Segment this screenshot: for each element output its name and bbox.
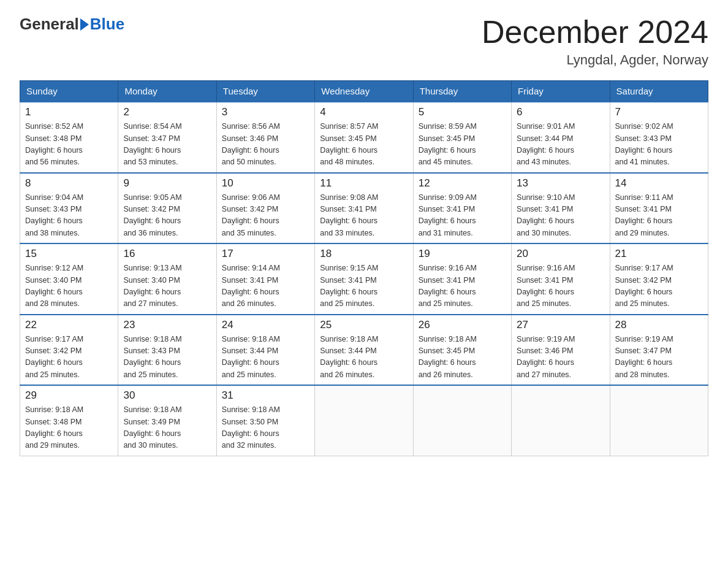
calendar-day-cell: 24Sunrise: 9:18 AMSunset: 3:44 PMDayligh… <box>216 315 314 386</box>
calendar-day-cell: 9Sunrise: 9:05 AMSunset: 3:42 PMDaylight… <box>118 173 216 244</box>
day-number: 29 <box>25 389 113 402</box>
day-number: 8 <box>25 177 113 190</box>
calendar-day-cell: 10Sunrise: 9:06 AMSunset: 3:42 PMDayligh… <box>216 173 314 244</box>
calendar-day-cell: 19Sunrise: 9:16 AMSunset: 3:41 PMDayligh… <box>413 243 511 315</box>
day-info: Sunrise: 9:17 AMSunset: 3:42 PMDaylight:… <box>25 334 113 381</box>
calendar-day-cell: 26Sunrise: 9:18 AMSunset: 3:45 PMDayligh… <box>413 315 511 386</box>
day-info: Sunrise: 9:18 AMSunset: 3:48 PMDaylight:… <box>25 404 113 452</box>
calendar-day-cell: 20Sunrise: 9:16 AMSunset: 3:41 PMDayligh… <box>512 243 610 315</box>
day-number: 10 <box>222 177 309 190</box>
calendar-day-cell: 29Sunrise: 9:18 AMSunset: 3:48 PMDayligh… <box>20 385 118 456</box>
column-header-thursday: Thursday <box>413 81 511 102</box>
day-info: Sunrise: 9:19 AMSunset: 3:47 PMDaylight:… <box>615 334 703 381</box>
calendar-empty-cell <box>315 385 413 456</box>
day-number: 13 <box>517 177 604 190</box>
day-number: 17 <box>222 248 309 260</box>
day-info: Sunrise: 9:08 AMSunset: 3:41 PMDaylight:… <box>320 192 408 240</box>
day-number: 24 <box>222 319 309 331</box>
day-number: 4 <box>320 106 408 118</box>
day-number: 12 <box>419 177 506 190</box>
day-number: 26 <box>419 319 506 331</box>
day-info: Sunrise: 9:05 AMSunset: 3:42 PMDaylight:… <box>123 192 211 240</box>
day-info: Sunrise: 9:10 AMSunset: 3:41 PMDaylight:… <box>517 192 604 240</box>
calendar-day-cell: 16Sunrise: 9:13 AMSunset: 3:40 PMDayligh… <box>118 243 216 315</box>
day-info: Sunrise: 9:18 AMSunset: 3:45 PMDaylight:… <box>419 334 506 381</box>
calendar-day-cell: 14Sunrise: 9:11 AMSunset: 3:41 PMDayligh… <box>610 173 708 244</box>
day-info: Sunrise: 9:18 AMSunset: 3:44 PMDaylight:… <box>320 334 408 381</box>
calendar-week-row: 8Sunrise: 9:04 AMSunset: 3:43 PMDaylight… <box>20 173 708 244</box>
calendar-week-row: 22Sunrise: 9:17 AMSunset: 3:42 PMDayligh… <box>20 315 708 386</box>
column-header-tuesday: Tuesday <box>216 81 314 102</box>
logo: General Blue <box>20 15 124 34</box>
day-info: Sunrise: 9:19 AMSunset: 3:46 PMDaylight:… <box>517 334 604 381</box>
day-info: Sunrise: 9:17 AMSunset: 3:42 PMDaylight:… <box>615 262 703 310</box>
day-info: Sunrise: 9:09 AMSunset: 3:41 PMDaylight:… <box>419 192 506 240</box>
calendar-empty-cell <box>610 385 708 456</box>
day-info: Sunrise: 9:06 AMSunset: 3:42 PMDaylight:… <box>222 192 309 240</box>
day-info: Sunrise: 9:18 AMSunset: 3:44 PMDaylight:… <box>222 334 309 381</box>
calendar-day-cell: 15Sunrise: 9:12 AMSunset: 3:40 PMDayligh… <box>20 243 118 315</box>
calendar-table: SundayMondayTuesdayWednesdayThursdayFrid… <box>20 80 708 456</box>
calendar-day-cell: 11Sunrise: 9:08 AMSunset: 3:41 PMDayligh… <box>315 173 413 244</box>
calendar-day-cell: 30Sunrise: 9:18 AMSunset: 3:49 PMDayligh… <box>118 385 216 456</box>
day-number: 22 <box>25 319 113 331</box>
day-number: 15 <box>25 248 113 260</box>
day-info: Sunrise: 9:12 AMSunset: 3:40 PMDaylight:… <box>25 262 113 310</box>
day-number: 30 <box>123 389 211 402</box>
logo-blue-text: Blue <box>90 15 124 34</box>
logo-general-text: General <box>20 15 79 34</box>
day-number: 28 <box>615 319 703 331</box>
calendar-day-cell: 21Sunrise: 9:17 AMSunset: 3:42 PMDayligh… <box>610 243 708 315</box>
logo-arrow-icon <box>80 18 89 31</box>
column-header-saturday: Saturday <box>610 81 708 102</box>
title-section: December 2024 Lyngdal, Agder, Norway <box>482 15 708 68</box>
day-info: Sunrise: 9:18 AMSunset: 3:50 PMDaylight:… <box>222 404 309 452</box>
page-header: General Blue December 2024 Lyngdal, Agde… <box>20 15 708 68</box>
calendar-day-cell: 3Sunrise: 8:56 AMSunset: 3:46 PMDaylight… <box>216 102 314 173</box>
column-header-wednesday: Wednesday <box>315 81 413 102</box>
day-number: 9 <box>123 177 211 190</box>
calendar-day-cell: 18Sunrise: 9:15 AMSunset: 3:41 PMDayligh… <box>315 243 413 315</box>
calendar-week-row: 1Sunrise: 8:52 AMSunset: 3:48 PMDaylight… <box>20 102 708 173</box>
calendar-day-cell: 13Sunrise: 9:10 AMSunset: 3:41 PMDayligh… <box>512 173 610 244</box>
calendar-day-cell: 7Sunrise: 9:02 AMSunset: 3:43 PMDaylight… <box>610 102 708 173</box>
calendar-day-cell: 17Sunrise: 9:14 AMSunset: 3:41 PMDayligh… <box>216 243 314 315</box>
day-number: 20 <box>517 248 604 260</box>
day-info: Sunrise: 8:59 AMSunset: 3:45 PMDaylight:… <box>419 121 506 169</box>
calendar-week-row: 15Sunrise: 9:12 AMSunset: 3:40 PMDayligh… <box>20 243 708 315</box>
calendar-day-cell: 5Sunrise: 8:59 AMSunset: 3:45 PMDaylight… <box>413 102 511 173</box>
calendar-day-cell: 6Sunrise: 9:01 AMSunset: 3:44 PMDaylight… <box>512 102 610 173</box>
day-info: Sunrise: 9:18 AMSunset: 3:43 PMDaylight:… <box>123 334 211 381</box>
day-number: 7 <box>615 106 703 118</box>
day-number: 31 <box>222 389 309 402</box>
day-info: Sunrise: 9:02 AMSunset: 3:43 PMDaylight:… <box>615 121 703 169</box>
day-info: Sunrise: 9:15 AMSunset: 3:41 PMDaylight:… <box>320 262 408 310</box>
day-number: 27 <box>517 319 604 331</box>
day-info: Sunrise: 9:18 AMSunset: 3:49 PMDaylight:… <box>123 404 211 452</box>
calendar-day-cell: 31Sunrise: 9:18 AMSunset: 3:50 PMDayligh… <box>216 385 314 456</box>
calendar-empty-cell <box>413 385 511 456</box>
calendar-day-cell: 23Sunrise: 9:18 AMSunset: 3:43 PMDayligh… <box>118 315 216 386</box>
calendar-empty-cell <box>512 385 610 456</box>
calendar-day-cell: 28Sunrise: 9:19 AMSunset: 3:47 PMDayligh… <box>610 315 708 386</box>
day-info: Sunrise: 9:13 AMSunset: 3:40 PMDaylight:… <box>123 262 211 310</box>
day-number: 2 <box>123 106 211 118</box>
calendar-week-row: 29Sunrise: 9:18 AMSunset: 3:48 PMDayligh… <box>20 385 708 456</box>
column-header-monday: Monday <box>118 81 216 102</box>
day-number: 16 <box>123 248 211 260</box>
calendar-day-cell: 2Sunrise: 8:54 AMSunset: 3:47 PMDaylight… <box>118 102 216 173</box>
calendar-day-cell: 1Sunrise: 8:52 AMSunset: 3:48 PMDaylight… <box>20 102 118 173</box>
day-info: Sunrise: 8:56 AMSunset: 3:46 PMDaylight:… <box>222 121 309 169</box>
calendar-day-cell: 25Sunrise: 9:18 AMSunset: 3:44 PMDayligh… <box>315 315 413 386</box>
day-info: Sunrise: 8:52 AMSunset: 3:48 PMDaylight:… <box>25 121 113 169</box>
calendar-day-cell: 8Sunrise: 9:04 AMSunset: 3:43 PMDaylight… <box>20 173 118 244</box>
day-info: Sunrise: 9:16 AMSunset: 3:41 PMDaylight:… <box>419 262 506 310</box>
day-number: 19 <box>419 248 506 260</box>
day-number: 11 <box>320 177 408 190</box>
day-info: Sunrise: 9:04 AMSunset: 3:43 PMDaylight:… <box>25 192 113 240</box>
column-header-sunday: Sunday <box>20 81 118 102</box>
day-info: Sunrise: 8:54 AMSunset: 3:47 PMDaylight:… <box>123 121 211 169</box>
day-number: 21 <box>615 248 703 260</box>
day-info: Sunrise: 9:16 AMSunset: 3:41 PMDaylight:… <box>517 262 604 310</box>
calendar-day-cell: 4Sunrise: 8:57 AMSunset: 3:45 PMDaylight… <box>315 102 413 173</box>
